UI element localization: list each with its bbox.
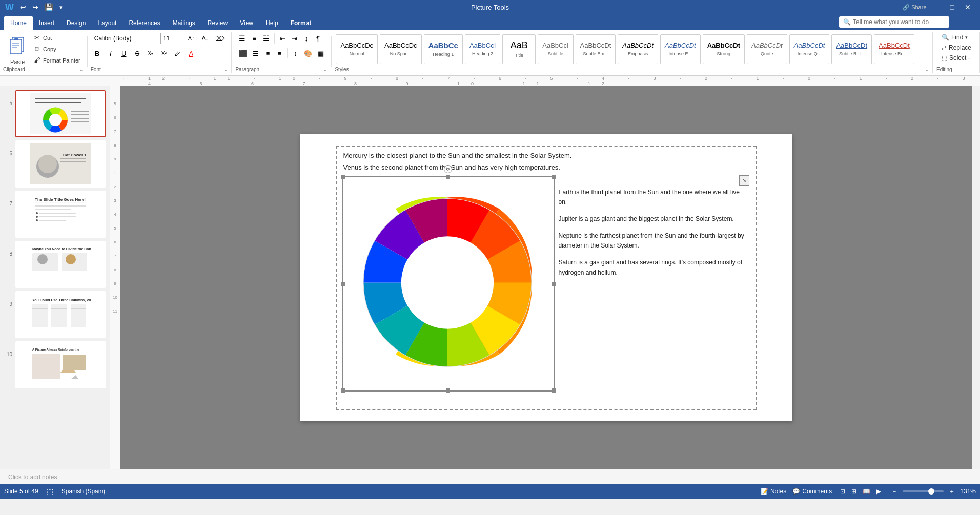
handle-bl[interactable] [341,388,345,393]
shading-button[interactable]: 🎨 [301,48,315,59]
strikethrough-button[interactable]: S [132,48,143,59]
tab-design[interactable]: Design [60,16,92,30]
zoom-handle[interactable] [928,488,934,495]
save-button[interactable]: 💾 [43,2,55,12]
highlight-button[interactable]: 🖊 [172,48,183,59]
comments-button[interactable]: 💬 Comments [792,488,832,495]
tab-format[interactable]: Format [284,16,318,30]
slide-thumb-8[interactable]: 8 Maybe You Need to Divide the Content [4,241,106,288]
style-intense-ref[interactable]: AaBbCcDt Intense Re... [874,34,914,64]
slide-preview-9[interactable]: You Could Use Three Columns, Why Not? [15,291,106,338]
copy-button[interactable]: ⧉ Copy [31,44,83,54]
multilevel-button[interactable]: ☱ [260,33,272,44]
line-spacing-button[interactable]: ↕ [290,48,301,59]
paste-button[interactable]: Paste [4,31,31,67]
clear-format-button[interactable]: ⌦ [213,33,227,44]
font-expand[interactable]: ⌄ [224,67,228,72]
main-textbox[interactable]: Mercury is the closest planet to the Sun… [336,146,757,410]
align-right-button[interactable]: ≡ [262,48,273,59]
style-title[interactable]: AaB Title [502,34,536,64]
style-intense-e[interactable]: AaBbCcDt Intense E... [660,34,701,64]
customise-button[interactable]: ▾ [57,3,65,12]
styles-expand[interactable]: ⌄ [925,67,929,72]
underline-button[interactable]: U [118,48,130,59]
select-button[interactable]: ⬚ Select - [937,53,974,63]
tab-help[interactable]: Help [259,16,284,30]
font-name-input[interactable] [92,33,158,44]
indent-increase-button[interactable]: ⇥ [289,33,300,44]
font-color-button[interactable]: A [186,48,197,59]
tab-review[interactable]: Review [201,16,234,30]
handle-tm[interactable] [446,175,450,179]
resize-handle[interactable]: ⤡ [559,175,749,186]
slide-preview-5[interactable] [15,90,106,137]
tab-mailings[interactable]: Mailings [167,16,201,30]
zoom-out-button[interactable]: － [889,486,900,497]
rotation-handle[interactable]: ↻ [444,165,452,173]
slide-preview-6[interactable]: Cat Power 1 [15,140,106,188]
indent-decrease-button[interactable]: ⇤ [277,33,288,44]
slide-thumb-10[interactable]: 10 A Picture Always Reinforces the [4,341,106,388]
style-heading1[interactable]: AaBbCc Heading 1 [424,34,463,64]
para-expand[interactable]: ⌄ [323,67,328,72]
subscript-button[interactable]: X₂ [145,48,156,59]
sort-button[interactable]: ↕ [300,33,312,44]
slide-preview-7[interactable]: The Slide Title Goes Here! [15,191,106,238]
undo-button[interactable]: ↩ [18,2,28,12]
style-subtitle[interactable]: AaBbCcI Subtitle [538,34,573,64]
find-button[interactable]: 🔍 Find ▾ [937,33,972,42]
handle-br[interactable] [552,388,556,393]
handle-tr[interactable] [552,175,556,179]
font-size-input[interactable] [160,33,183,44]
handle-ml[interactable] [341,282,345,286]
minimize-button[interactable]: — [929,3,944,11]
align-center-button[interactable]: ☰ [250,48,261,59]
bullets-button[interactable]: ☰ [236,33,248,44]
font-grow-button[interactable]: A↑ [186,33,197,44]
slide-thumb-6[interactable]: 6 Cat Power 1 [4,140,106,188]
italic-button[interactable]: I [105,48,116,59]
notes-button[interactable]: 📝 Notes [761,488,786,495]
style-intense-q[interactable]: AaBbCcDt Intense Q... [789,34,830,64]
clipboard-expand[interactable]: ⌄ [79,67,84,72]
handle-bm[interactable] [446,388,450,393]
style-normal[interactable]: AaBbCcDc Normal [336,34,378,64]
bold-button[interactable]: B [92,48,103,59]
slide-sorter-button[interactable]: ⊞ [849,487,859,496]
image-selection-box[interactable]: ↻ [342,176,555,392]
show-marks-button[interactable]: ¶ [312,33,323,44]
style-nospace[interactable]: AaBbCcDc No Spac... [380,34,422,64]
numbering-button[interactable]: ≡ [249,33,260,44]
style-strong[interactable]: AaBbCcDt Strong [703,34,745,64]
tab-view[interactable]: View [234,16,259,30]
style-quote[interactable]: AaBbCcDt Quote [747,34,787,64]
zoom-slider[interactable] [903,490,944,492]
search-bar[interactable]: 🔍 [839,16,949,28]
handle-mr[interactable] [552,282,556,286]
justify-button[interactable]: ≡ [274,48,285,59]
borders-button[interactable]: ▦ [315,48,326,59]
search-input[interactable] [853,18,945,26]
handle-tl[interactable] [341,175,345,179]
tab-layout[interactable]: Layout [92,16,122,30]
maximize-button[interactable]: □ [946,3,958,11]
slide-thumb-9[interactable]: 9 You Could Use Three Columns, Why Not? [4,291,106,338]
slide-preview-10[interactable]: A Picture Always Reinforces the [15,341,106,388]
style-subtle-ref[interactable]: AaBbCcDt Subtle Ref... [831,34,872,64]
style-emphasis[interactable]: AaBbCcDt Emphasis [618,34,658,64]
font-shrink-button[interactable]: A↓ [199,33,211,44]
style-heading2[interactable]: AaBbCcI Heading 2 [465,34,500,64]
slide-thumb-7[interactable]: 7 The Slide Title Goes Here! [4,191,106,238]
slideshow-button[interactable]: ▶ [874,487,883,496]
tab-insert[interactable]: Insert [33,16,60,30]
cut-button[interactable]: ✂ Cut [31,33,83,43]
redo-button[interactable]: ↪ [30,2,40,12]
reading-view-button[interactable]: 📖 [861,487,872,496]
right-scrollbar[interactable] [972,86,980,469]
tab-references[interactable]: References [122,16,166,30]
zoom-in-button[interactable]: ＋ [947,486,957,497]
notes-area[interactable]: Click to add notes [0,469,980,484]
slide-thumb-5[interactable]: 5 [4,90,106,137]
tab-home[interactable]: Home [4,16,33,30]
normal-view-button[interactable]: ⊡ [838,487,847,496]
